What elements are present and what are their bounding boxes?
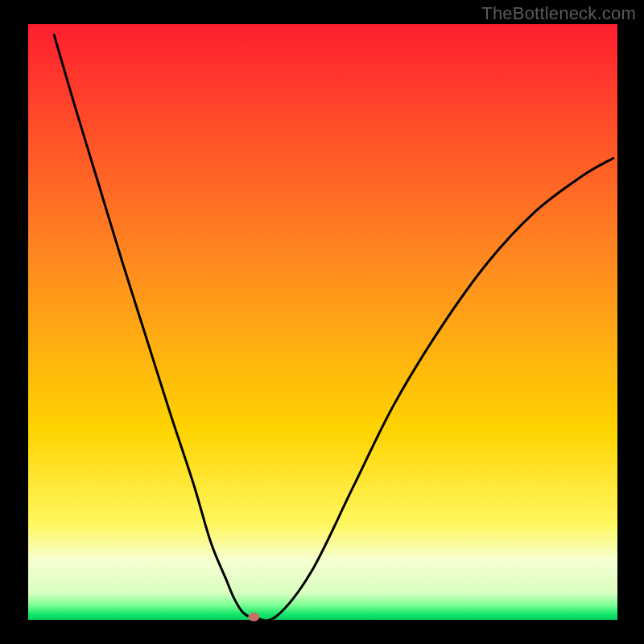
chart-root: TheBottleneck.com — [0, 0, 644, 644]
bottleneck-chart — [0, 0, 644, 644]
min-marker — [248, 613, 259, 621]
plot-background — [28, 24, 617, 620]
